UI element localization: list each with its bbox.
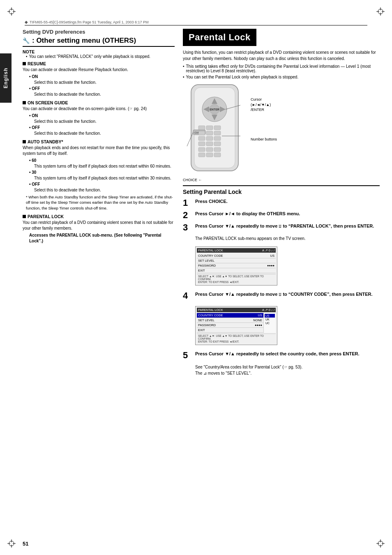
autostandby-off: • OFF Select this to deactivate the func… — [29, 182, 175, 193]
svg-rect-36 — [214, 131, 221, 135]
step-5: 5 Press Cursor ▼/▲ repeatedly to select … — [183, 351, 380, 376]
dropdown-us: US — [265, 314, 275, 318]
note-section: NOTE You can select "PARENTAL LOCK" only… — [23, 49, 175, 59]
note-bullet-1: You can select "PARENTAL LOCK" only whil… — [26, 54, 175, 59]
resume-off: • OFF Select this to deactivate the func… — [29, 86, 175, 97]
parentallock-square-icon — [23, 215, 26, 218]
screen-row: SET LEVEL NONE — [197, 318, 263, 323]
step-1: 1 Press CHOICE. — [183, 198, 380, 207]
section-heading: Setting DVD preferences — [23, 29, 175, 35]
autostandby-section: AUTO STANDBY* When playback ends and doe… — [23, 139, 175, 211]
svg-rect-41 — [206, 142, 213, 146]
screen-row-highlighted: COUNTRY CODE US — [197, 313, 263, 318]
remote-labels: Cursor (►/◄/▼/▲) /ENTER Number buttons — [251, 83, 380, 150]
main-container: Setting DVD preferences 🔧 : Other settin… — [23, 29, 380, 539]
step-5-text: Press Cursor ▼/▲ repeatedly to select th… — [195, 351, 360, 360]
svg-rect-47 — [206, 153, 213, 157]
resume-on: • ON Select this to activate the functio… — [29, 74, 175, 85]
parental-title: Parental Lock — [183, 29, 256, 46]
corner-br — [376, 539, 385, 548]
screen-mock-2: PARENTAL LOCK A ↗ 0 ♪ / COUNTRY CODE US … — [195, 306, 277, 345]
wrench-icon: 🔧 — [23, 37, 30, 44]
dropdown-uk: UK — [265, 318, 275, 321]
screen-body: COUNTRY CODE US SET LEVEL NONE PASSWORD … — [197, 313, 276, 333]
remote-diagram: ENTER CHOICE — [183, 83, 380, 174]
onscreen-title: ON SCREEN GUIDE — [23, 100, 175, 105]
svg-rect-35 — [206, 131, 213, 135]
screen-row: SET LEVEL — [197, 258, 276, 263]
svg-rect-39 — [214, 136, 221, 140]
corner-tl — [7, 7, 16, 16]
autostandby-desc: When playback ends and does not restart … — [23, 145, 175, 157]
screen-row: EXIT — [197, 268, 276, 273]
resume-section: RESUME You can activate or deactivate Re… — [23, 61, 175, 97]
svg-rect-32 — [206, 126, 213, 130]
svg-rect-33 — [214, 126, 221, 130]
step-1-text: Press CHOICE. — [195, 198, 380, 205]
parental-bullet-1: This setting takes effect only for DVDs … — [183, 64, 380, 73]
svg-rect-37 — [198, 136, 205, 140]
screen-row: COUNTRY CODE US — [197, 253, 276, 258]
screen-mock-2-footer: SELECT ▲▼: USE ▲▼ TO SELECT, USE ENTER T… — [197, 334, 276, 343]
svg-rect-48 — [214, 153, 221, 157]
corner-bl — [7, 539, 16, 548]
step-5-num: 5 — [183, 351, 192, 360]
resume-desc: You can activate or deactivate Resume Pl… — [23, 67, 175, 73]
autostandby-30: • 30 This system turns off by itself if … — [29, 170, 175, 181]
parental-intro: Using this function, you can restrict pl… — [183, 49, 380, 62]
svg-rect-43 — [198, 147, 205, 152]
step-4-num: 4 — [183, 291, 192, 300]
screen-mock-1-footer: SELECT ▲▼: USE ▲▼ TO SELECT, USE ENTER T… — [197, 274, 276, 284]
onscreen-off: • OFF Select this to deactivate the func… — [29, 125, 175, 136]
cursor-label: Cursor (►/◄/▼/▲) /ENTER — [251, 97, 380, 113]
onscreen-section: ON SCREEN GUIDE You can activate or deac… — [23, 100, 175, 136]
onscreen-desc: You can activate or deactivate the on-sc… — [23, 106, 175, 112]
screen-row: PASSWORD ●●●● — [197, 263, 276, 268]
left-column: Setting DVD preferences 🔧 : Other settin… — [23, 29, 175, 539]
side-tab-english: English — [0, 53, 12, 103]
step-3-header: 3 Press Cursor ▼/▲ repeatedly to move ⨿ … — [183, 223, 374, 232]
step-3-text: Press Cursor ▼/▲ repeatedly to move ⨿ to… — [195, 223, 374, 232]
svg-rect-42 — [214, 142, 221, 146]
autostandby-footnote: * When both the Auto Standby function an… — [26, 194, 175, 211]
svg-rect-40 — [198, 142, 205, 146]
autostandby-square-icon — [23, 140, 26, 143]
page-number: 51 — [23, 541, 28, 547]
step-4-header: 4 Press Cursor ▼/▲ repeatedly to move ⨿ … — [183, 291, 373, 300]
svg-text:ENTER: ENTER — [210, 108, 219, 111]
step-5-header: 5 Press Cursor ▼/▲ repeatedly to select … — [183, 351, 360, 360]
dropdown-uc: UC — [265, 321, 275, 325]
resume-title: RESUME — [23, 61, 175, 66]
remote-svg: ENTER CHOICE — [183, 83, 247, 174]
step-1-num: 1 — [183, 198, 192, 207]
screen-main-col: COUNTRY CODE US SET LEVEL NONE PASSWORD … — [197, 313, 263, 333]
screen-mock-2-header: PARENTAL LOCK A ↗ 0 ♪ / — [197, 308, 276, 312]
parental-bullet-2: You can set the Parental Lock only when … — [183, 75, 380, 79]
svg-rect-46 — [198, 153, 205, 157]
parentallock-left-bold: Accesses the PARENTAL LOCK sub-menu. (Se… — [29, 233, 175, 244]
step-5-subtext: See "Country/Area codes list for Parenta… — [195, 364, 302, 376]
resume-square-icon — [23, 62, 26, 65]
screen-mock-1-header: PARENTAL LOCK A ↗ 0 ♪ / — [197, 248, 276, 253]
parentallock-left-title: PARENTAL LOCK — [23, 214, 175, 219]
onscreen-on: • ON Select this to activate the functio… — [29, 113, 175, 124]
right-column: Parental Lock Using this function, you c… — [183, 29, 380, 539]
step-4-text: Press Cursor ▼/▲ repeatedly to move ⨿ to… — [195, 291, 373, 300]
autostandby-60: • 60 This system turns off by itself if … — [29, 158, 175, 169]
parentallock-left-desc: You can restrict playback of a DVD conta… — [23, 220, 175, 231]
svg-rect-38 — [206, 136, 213, 140]
header-arrow: ◆ — [25, 20, 28, 24]
screen-dropdown: US UK UC — [263, 313, 276, 333]
menu-title: : Other setting menu (OTHERS) — [32, 37, 136, 45]
steps-section: Setting Parental Lock 1 Press CHOICE. 2 … — [183, 185, 380, 376]
step-3-subtext: The PARENTAL LOCK sub-menu appears on th… — [195, 236, 306, 241]
step-2: 2 Press Cursor ►/◄ to display the OTHERS… — [183, 211, 380, 220]
step-3: 3 Press Cursor ▼/▲ repeatedly to move ⨿ … — [183, 223, 380, 288]
steps-title: Setting Parental Lock — [183, 189, 380, 195]
svg-rect-45 — [214, 147, 221, 152]
step-3-num: 3 — [183, 223, 192, 232]
screen-mock-1: PARENTAL LOCK A ↗ 0 ♪ / COUNTRY CODE US … — [195, 246, 277, 286]
screen-row: PASSWORD ●●●● — [197, 323, 263, 328]
svg-rect-34 — [198, 131, 205, 135]
step-2-text: Press Cursor ►/◄ to display the OTHERS m… — [195, 211, 380, 217]
